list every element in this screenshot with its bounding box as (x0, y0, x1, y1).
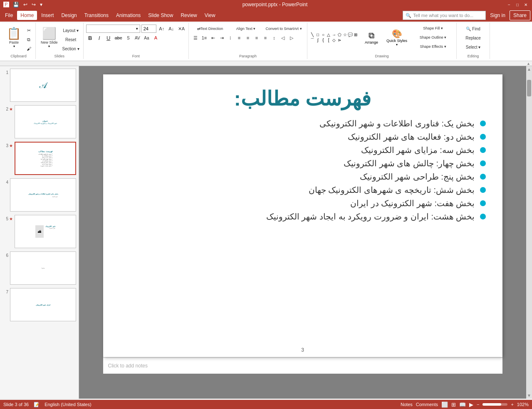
slide-thumb-6[interactable]: 6 محتوا (2, 251, 77, 286)
align-left-button[interactable]: ≡ (235, 34, 243, 42)
font-name-input[interactable]: ▾ (86, 25, 140, 33)
arrange-button[interactable]: ⧉ Arrange (361, 25, 381, 50)
find-button[interactable]: 🔍 Find (464, 25, 482, 33)
decrease-indent-button[interactable]: ⇤ (209, 34, 217, 42)
ltr-button[interactable]: ▷ (287, 34, 296, 42)
slide-img-2[interactable]: عنوان شهر الکترونیک و شهروند الکترونیک (15, 105, 76, 138)
underline-button[interactable]: U (104, 34, 113, 42)
scrollbar-thumb[interactable] (527, 80, 531, 96)
slideshow-button[interactable]: ▶ (469, 402, 473, 408)
save-button[interactable]: 💾 (12, 1, 20, 8)
cut-button[interactable]: ✂ (25, 26, 33, 34)
vertical-scrollbar[interactable]: ▲ ▼ (526, 66, 532, 399)
layout-button[interactable]: Layout ▾ (61, 26, 81, 34)
italic-button[interactable]: I (95, 34, 104, 42)
format-painter-button[interactable]: 🖌 (25, 44, 33, 53)
menu-transitions[interactable]: Transitions (81, 11, 112, 20)
customize-qat-button[interactable]: ▾ (39, 1, 44, 8)
shape-star[interactable]: ☆ (342, 32, 347, 37)
shape-triangle[interactable]: △ (326, 32, 331, 37)
quick-styles-button[interactable]: 🎨 Quick Styles ▾ (383, 25, 411, 50)
shape-bracket[interactable]: [ (326, 38, 331, 43)
menu-file[interactable]: File (2, 11, 16, 20)
sign-in-button[interactable]: Sign in (487, 11, 509, 20)
clear-format-button[interactable]: ✕A (177, 25, 186, 33)
slide-thumb-3[interactable]: 3 ★ فهرست مطالب • بخش یک: فناوری اطلاعات… (2, 141, 77, 176)
new-slide-button[interactable]: ⬜ New Slide ▾ (38, 25, 60, 50)
line-spacing-button[interactable]: ↕ (270, 34, 278, 42)
numbering-button[interactable]: 1≡ (200, 34, 208, 42)
slide-img-1[interactable]: 𝒜 (10, 69, 76, 102)
strikethrough-button[interactable]: abc (114, 34, 124, 42)
normal-view-button[interactable]: ⬜ (441, 402, 448, 408)
convert-smartart-button[interactable]: Convert to SmartArt ▾ (263, 25, 304, 33)
shape-diamond[interactable]: ◇ (332, 38, 337, 43)
minimize-button[interactable]: − (506, 2, 512, 7)
font-color-button[interactable]: A (151, 34, 160, 42)
shape-outline-button[interactable]: Shape Outline ▾ (412, 33, 454, 42)
maximize-button[interactable]: □ (515, 2, 520, 7)
slide-thumb-2[interactable]: 2 ★ عنوان شهر الکترونیک و شهروند الکترون… (2, 104, 77, 139)
shape-effects-button[interactable]: Shape Effects ▾ (412, 42, 454, 51)
bold-button[interactable]: B (86, 34, 94, 42)
reading-view-button[interactable]: 📖 (459, 402, 466, 408)
replace-button[interactable]: Replace (464, 34, 482, 42)
new-slide-dropdown[interactable]: ▾ (48, 44, 50, 48)
shape-more[interactable]: ⊞ (353, 32, 358, 37)
scroll-up-button[interactable]: ▲ (527, 67, 531, 71)
menu-review[interactable]: Review (177, 11, 200, 20)
select-button[interactable]: Select ▾ (464, 43, 482, 51)
ribbon-collapse-button[interactable]: ▲ (527, 62, 530, 66)
share-button[interactable]: Share (510, 10, 530, 20)
copy-button[interactable]: ⧉ (25, 35, 33, 44)
slide-sorter-button[interactable]: ⊞ (451, 402, 456, 408)
main-slide[interactable]: فهرست مطالب: بخش یک: فناوری اطلاعات و شه… (103, 74, 502, 357)
justify-button[interactable]: ≡ (261, 34, 270, 42)
text-direction-button[interactable]: ⇄ Text Direction (191, 25, 229, 33)
slide-thumb-7[interactable]: 7 اجرای شهر الکترونیکی (2, 287, 77, 322)
menu-home[interactable]: Home (17, 11, 37, 20)
slide-img-6[interactable]: محتوا (10, 251, 76, 285)
menu-animations[interactable]: Animations (113, 11, 144, 20)
shape-pentagon[interactable]: ⬠ (337, 32, 342, 37)
slide-img-4[interactable]: بخش یکم: فناوری اطلاعات و شهر الکترونیکی… (10, 178, 76, 212)
shape-curved[interactable]: ⌒ (310, 38, 315, 43)
paste-button[interactable]: 📋 Paste ▾ (4, 25, 24, 50)
notes-button[interactable]: Notes (401, 402, 413, 407)
shape-line[interactable]: ╲ (310, 32, 315, 37)
shape-arrow[interactable]: → (332, 32, 337, 37)
decrease-font-button[interactable]: A↓ (167, 25, 176, 33)
zoom-slider[interactable] (483, 403, 507, 406)
increase-font-button[interactable]: A↑ (158, 25, 166, 33)
zoom-out-button[interactable]: − (477, 402, 479, 407)
quick-styles-dropdown[interactable]: ▾ (396, 43, 398, 47)
shape-fill-button[interactable]: Shape Fill ▾ (412, 24, 454, 32)
shape-callout[interactable]: 💬 (348, 32, 353, 37)
align-right-button[interactable]: ≡ (252, 34, 261, 42)
zoom-in-button[interactable]: + (511, 402, 513, 407)
slide-img-7[interactable]: اجرای شهر الکترونیکی (10, 288, 76, 321)
close-button[interactable]: ✕ (523, 2, 529, 7)
shape-rect[interactable]: □ (315, 32, 320, 37)
menu-insert[interactable]: Insert (38, 11, 57, 20)
shadow-button[interactable]: S (124, 34, 132, 42)
menu-design[interactable]: Design (58, 11, 80, 20)
shape-brace[interactable]: { (321, 38, 326, 43)
slide-thumb-1[interactable]: 1 𝒜 (2, 68, 77, 103)
shape-circle[interactable]: ○ (321, 32, 326, 37)
search-box[interactable]: 🔍 Tell me what you want to do... (403, 11, 486, 20)
section-button[interactable]: Section ▾ (61, 44, 81, 53)
rtl-button[interactable]: ◁ (279, 34, 287, 42)
notes-area[interactable]: Click to add notes (103, 357, 502, 374)
shape-chevron[interactable]: ⋗ (337, 38, 342, 43)
reset-button[interactable]: Reset (61, 35, 81, 44)
slide-img-3[interactable]: فهرست مطالب • بخش یک: فناوری اطلاعات • ب… (15, 142, 76, 175)
menu-slideshow[interactable]: Slide Show (145, 11, 176, 20)
font-name-dropdown[interactable]: ▾ (136, 27, 138, 31)
redo-button[interactable]: ↪ (30, 1, 37, 8)
slide-thumb-5[interactable]: 5 ★ 🏙 شهر الکترونیک متن محتوا (2, 214, 77, 249)
change-case-button[interactable]: Aa (142, 34, 151, 42)
undo-button[interactable]: ↩ (22, 1, 29, 8)
bullets-button[interactable]: ☰ (191, 34, 200, 42)
comments-button[interactable]: Comments (416, 402, 438, 407)
